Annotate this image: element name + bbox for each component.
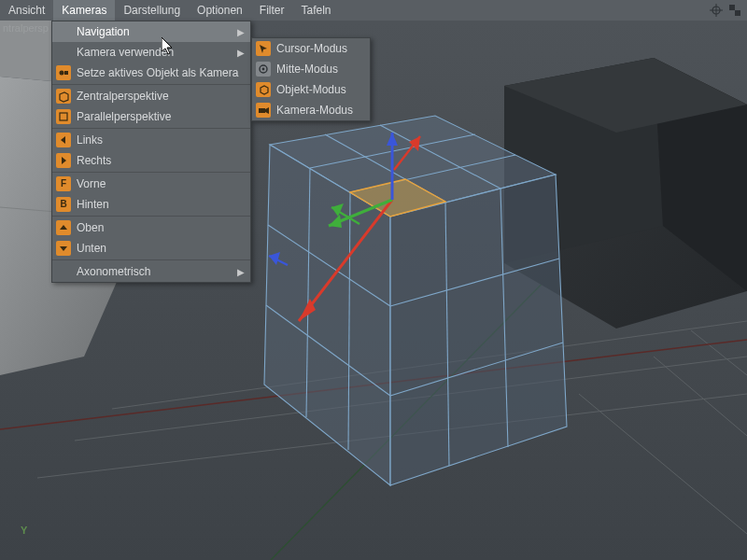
submenu-item-objekt-modus[interactable]: Objekt-Modus: [252, 79, 370, 100]
svg-rect-3: [729, 5, 735, 10]
camera-dot-icon: [56, 65, 71, 80]
menu-separator: [52, 216, 250, 217]
submenu-item-mitte-modus[interactable]: Mitte-Modus: [252, 59, 370, 79]
menu-item-label: Zentralperspektive: [77, 90, 245, 103]
menubar-item-kameras[interactable]: Kameras: [53, 0, 115, 21]
menu-item-navigation[interactable]: Navigation ▶: [52, 21, 250, 42]
blank-icon: [56, 45, 71, 60]
menubar-item-ansicht[interactable]: Ansicht: [0, 0, 53, 21]
arrow-right-icon: [56, 153, 71, 168]
svg-marker-54: [62, 157, 66, 164]
blank-icon: [56, 24, 71, 39]
camera-mode-icon: [256, 103, 271, 118]
ortho-cube-icon: [56, 109, 71, 124]
object-mode-icon: [256, 82, 271, 97]
axis-y-label: Y: [21, 525, 27, 536]
menu-item-label: Mitte-Modus: [276, 63, 364, 76]
menu-item-label: Parallelperspektive: [77, 110, 245, 123]
arrow-up-icon: [56, 220, 71, 235]
crosshair-icon[interactable]: [710, 4, 723, 17]
navigation-submenu: Cursor-Modus Mitte-Modus Objekt-Modus Ka…: [251, 37, 371, 121]
letter-b-icon: B: [56, 197, 71, 212]
submenu-arrow-icon: ▶: [237, 48, 245, 58]
arrow-left-icon: [56, 133, 71, 147]
menu-item-kamera-verwenden[interactable]: Kamera verwenden ▶: [52, 42, 250, 63]
menubar-item-optionen[interactable]: Optionen: [189, 0, 251, 21]
svg-rect-52: [60, 113, 67, 120]
menu-separator: [52, 172, 250, 173]
kameras-menu: Navigation ▶ Kamera verwenden ▶ Setze ak…: [51, 21, 251, 283]
center-mode-icon: [256, 62, 271, 77]
menu-item-label: Navigation: [77, 25, 232, 38]
svg-marker-62: [265, 107, 269, 114]
svg-point-49: [60, 71, 64, 76]
svg-marker-57: [260, 45, 267, 53]
svg-rect-61: [259, 108, 265, 113]
menu-item-vorne[interactable]: F Vorne: [52, 174, 250, 194]
menu-item-label: Setze aktives Objekt als Kamera: [77, 66, 245, 79]
submenu-arrow-icon: ▶: [237, 27, 245, 37]
menu-item-oben[interactable]: Oben: [52, 217, 250, 238]
svg-marker-53: [61, 136, 65, 144]
svg-rect-4: [735, 10, 740, 16]
menu-item-label: Kamera-Modus: [276, 104, 364, 117]
menu-item-label: Kamera verwenden: [77, 46, 232, 59]
menubar-item-filter[interactable]: Filter: [251, 0, 293, 21]
menu-item-axonometrisch[interactable]: Axonometrisch ▶: [52, 261, 250, 282]
cursor-mode-icon: [256, 41, 271, 56]
menu-item-label: Links: [77, 133, 245, 147]
menu-item-hinten[interactable]: B Hinten: [52, 194, 250, 215]
submenu-item-cursor-modus[interactable]: Cursor-Modus: [252, 38, 370, 59]
menu-separator: [52, 128, 250, 129]
menu-item-label: Objekt-Modus: [276, 83, 364, 96]
menu-item-zentralperspektive[interactable]: Zentralperspektive: [52, 86, 250, 106]
submenu-arrow-icon: ▶: [237, 267, 245, 277]
svg-point-59: [262, 68, 265, 71]
menu-item-label: Axonometrisch: [77, 265, 232, 278]
menu-item-label: Vorne: [77, 177, 245, 190]
arrow-down-icon: [56, 241, 71, 256]
viewport-label: ntralpersp: [3, 22, 49, 34]
menubar-item-tafeln[interactable]: Tafeln: [292, 0, 339, 21]
menu-item-label: Oben: [77, 221, 245, 234]
menu-item-parallelperspektive[interactable]: Parallelperspektive: [52, 106, 250, 127]
checker-icon[interactable]: [728, 4, 741, 17]
blank-icon: [56, 264, 71, 279]
svg-marker-51: [60, 92, 68, 102]
svg-marker-55: [60, 225, 67, 230]
svg-marker-56: [60, 246, 67, 251]
menubar: Ansicht Kameras Darstellung Optionen Fil…: [0, 0, 747, 21]
menu-item-label: Cursor-Modus: [276, 42, 364, 55]
menu-item-label: Unten: [77, 242, 245, 255]
menu-separator: [52, 259, 250, 260]
persp-cube-icon: [56, 89, 71, 104]
menu-item-label: Hinten: [77, 198, 245, 211]
letter-f-icon: F: [56, 176, 71, 191]
menu-item-label: Rechts: [77, 154, 245, 167]
menubar-item-darstellung[interactable]: Darstellung: [115, 0, 189, 21]
menu-item-rechts[interactable]: Rechts: [52, 150, 250, 171]
submenu-item-kamera-modus[interactable]: Kamera-Modus: [252, 100, 370, 120]
svg-rect-50: [64, 71, 68, 75]
menu-separator: [52, 84, 250, 85]
menubar-icons: [710, 0, 747, 21]
menu-item-unten[interactable]: Unten: [52, 238, 250, 259]
menu-item-links[interactable]: Links: [52, 130, 250, 150]
menu-item-set-active-camera[interactable]: Setze aktives Objekt als Kamera: [52, 63, 250, 83]
svg-marker-60: [261, 86, 268, 94]
